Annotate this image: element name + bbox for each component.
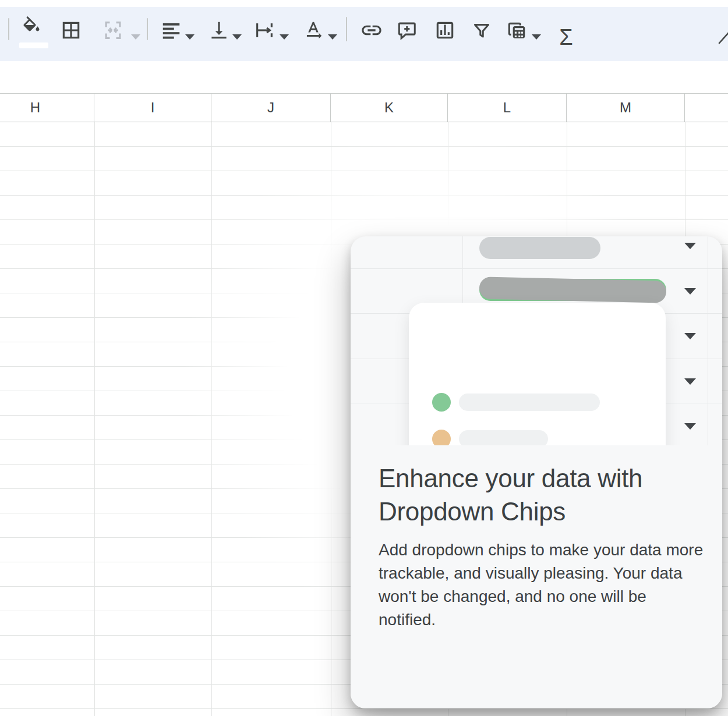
create-filter-button[interactable] (470, 19, 493, 42)
text-rotation-dropdown-icon[interactable] (328, 34, 337, 40)
column-header-h[interactable]: H (0, 94, 94, 122)
column-header-l[interactable]: L (448, 94, 567, 122)
fill-color-swatch (19, 42, 48, 48)
fill-color-icon (21, 16, 42, 37)
chart-icon (434, 19, 456, 41)
insert-chart-button[interactable] (433, 19, 457, 42)
horizontal-align-button[interactable] (160, 19, 183, 42)
vertical-align-dropdown-icon[interactable] (232, 34, 242, 40)
table-icon (506, 20, 528, 42)
illustration-dropdown-arrow-icon (684, 243, 696, 249)
sigma-icon: Σ (559, 25, 573, 49)
illustration-gridline (708, 236, 708, 445)
table-button[interactable] (505, 19, 528, 42)
borders-icon (60, 19, 82, 41)
add-comment-icon (395, 19, 418, 41)
column-header-partial[interactable] (685, 94, 728, 122)
filter-icon (471, 20, 492, 41)
merge-cells-dropdown-icon (131, 34, 140, 40)
functions-button[interactable]: Σ (553, 24, 579, 50)
text-rotation-icon (302, 19, 324, 41)
illustration-chip-gray (479, 237, 600, 259)
hide-menus-caret-icon[interactable] (718, 29, 728, 48)
illustration-gridline (351, 268, 722, 269)
menu-option-placeholder (459, 394, 600, 411)
text-rotation-button[interactable] (302, 19, 325, 42)
illustration-dropdown-arrow-icon (684, 423, 696, 430)
dropdown-chips-promo-dialog: Enhance your data with Dropdown Chips Ad… (351, 236, 722, 708)
merge-cells-button (101, 19, 125, 42)
toolbar-separator (8, 18, 9, 40)
column-header-row: H I J K L M (0, 93, 728, 122)
illustration-dropdown-arrow-icon (684, 333, 696, 339)
align-left-icon (160, 19, 182, 41)
column-header-i[interactable]: I (94, 94, 211, 122)
toolbar-separator (147, 18, 148, 40)
column-header-k[interactable]: K (331, 94, 448, 122)
vertical-align-button[interactable] (207, 19, 231, 42)
toolbar-separator (346, 17, 347, 41)
toolbar: Σ (0, 7, 728, 61)
table-dropdown-icon[interactable] (532, 34, 541, 40)
promo-title: Enhance your data with Dropdown Chips (379, 462, 708, 528)
fill-color-button[interactable] (20, 15, 43, 38)
text-wrap-icon (253, 19, 275, 41)
promo-text-section: Enhance your data with Dropdown Chips Ad… (351, 445, 722, 708)
text-wrapping-dropdown-icon[interactable] (280, 34, 289, 40)
text-wrapping-button[interactable] (253, 19, 276, 42)
illustration-chip-overlay (479, 277, 667, 303)
gridline (211, 122, 212, 716)
column-header-j[interactable]: J (211, 94, 331, 122)
link-icon (360, 19, 383, 42)
promo-illustration (351, 236, 722, 445)
vertical-align-bottom-icon (208, 19, 230, 41)
column-header-m[interactable]: M (567, 94, 685, 122)
borders-button[interactable] (59, 19, 83, 42)
insert-comment-button[interactable] (395, 19, 418, 42)
illustration-dropdown-arrow-icon (684, 288, 696, 295)
promo-body: Add dropdown chips to make your data mor… (379, 538, 706, 632)
illustration-chip-green (479, 279, 666, 301)
sheets-app: { "toolbar": { "background": "#edf2fa", … (0, 0, 728, 716)
illustration-dropdown-arrow-icon (684, 378, 696, 385)
menu-option-dot-green (432, 393, 451, 412)
horizontal-align-dropdown-icon[interactable] (185, 34, 195, 40)
insert-link-button[interactable] (360, 19, 383, 42)
gridline (94, 122, 95, 716)
gridline (331, 122, 331, 716)
merge-cells-icon (102, 19, 124, 41)
